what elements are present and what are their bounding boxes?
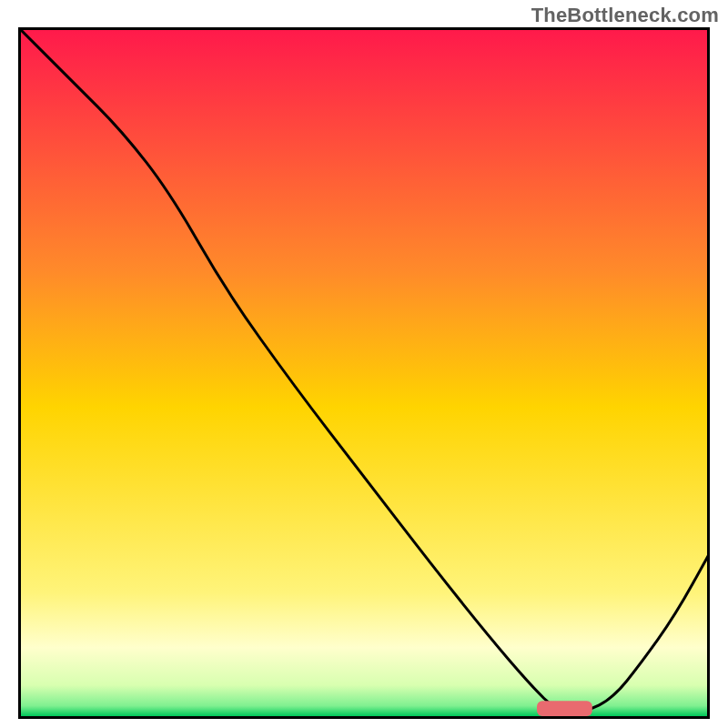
optimum-marker xyxy=(537,701,592,716)
bottleneck-plot xyxy=(18,27,710,719)
chart-container: { "watermark": "TheBottleneck.com", "col… xyxy=(0,0,728,728)
watermark-text: TheBottleneck.com xyxy=(531,4,719,27)
plot-svg xyxy=(18,27,710,719)
